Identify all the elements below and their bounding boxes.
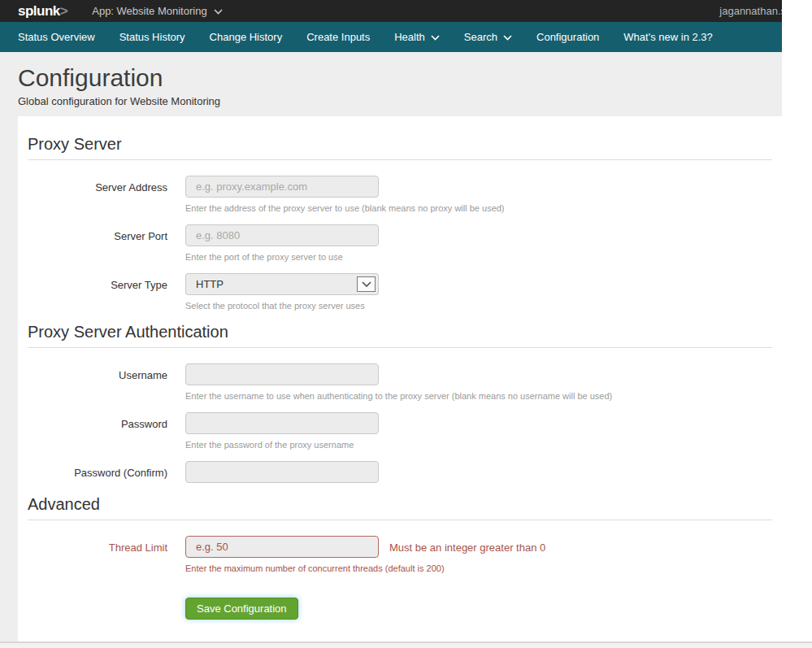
nav-item-label: Create Inputs	[306, 31, 370, 43]
form-row-thread-limit: Thread Limit Must be an integer greater …	[28, 536, 772, 573]
nav-item-configuration[interactable]: Configuration	[524, 22, 611, 52]
nav-item-label: Search	[464, 31, 497, 43]
app-navbar: Status Overview Status History Change Hi…	[0, 22, 782, 52]
form-row-server-address: Server Address Enter the address of the …	[28, 176, 772, 213]
username-input[interactable]	[185, 363, 379, 385]
browser-viewport: splunk> App: Website Monitoring jagannat…	[0, 0, 812, 648]
page-title: Configuration	[18, 64, 782, 91]
form-row-username: Username Enter the username to use when …	[28, 363, 772, 401]
password-input[interactable]	[185, 412, 379, 434]
server-type-selected-value: HTTP	[196, 278, 224, 290]
thread-limit-field-line: Must be an integer greater than 0	[185, 536, 640, 558]
chevron-down-icon	[431, 31, 440, 43]
nav-item-change-history[interactable]: Change History	[198, 22, 295, 52]
section-title-proxy-server: Proxy Server	[28, 135, 772, 154]
chevron-down-icon	[503, 31, 512, 43]
configuration-form-panel: Proxy Server Server Address Enter the ad…	[18, 116, 782, 642]
thread-limit-help: Enter the maximum number of concurrent t…	[185, 563, 640, 573]
password-confirm-label: Password (Confirm)	[28, 461, 167, 479]
app-menu-dropdown[interactable]: App: Website Monitoring	[92, 5, 222, 17]
splunk-topbar: splunk> App: Website Monitoring jagannat…	[0, 0, 782, 22]
server-port-label: Server Port	[28, 224, 167, 242]
splunk-logo[interactable]: splunk>	[18, 3, 67, 20]
section-title-advanced: Advanced	[28, 495, 772, 514]
section-divider	[28, 347, 772, 348]
form-field: Enter the username to use when authentic…	[185, 363, 640, 401]
thread-limit-label: Thread Limit	[28, 536, 167, 554]
section-divider	[28, 520, 772, 520]
password-help: Enter the password of the proxy username	[185, 440, 640, 450]
form-field: HTTP Select the protocol that the proxy …	[185, 273, 640, 311]
server-type-select[interactable]: HTTP	[185, 273, 379, 295]
splunk-logo-text: splunk	[18, 3, 60, 19]
user-menu[interactable]: jagannathan.s	[719, 5, 782, 17]
password-confirm-input[interactable]	[185, 461, 379, 483]
nav-item-label: Status History	[119, 31, 185, 43]
form-field: Enter the password of the proxy username	[185, 412, 640, 450]
server-address-label: Server Address	[28, 176, 167, 194]
nav-item-health[interactable]: Health	[382, 22, 452, 52]
page-header: Configuration Global configuration for W…	[0, 52, 782, 116]
form-field	[185, 461, 379, 483]
form-row-password-confirm: Password (Confirm)	[28, 461, 772, 483]
nav-item-search[interactable]: Search	[452, 22, 524, 52]
thread-limit-error-message: Must be an integer greater than 0	[389, 536, 545, 554]
nav-item-create-inputs[interactable]: Create Inputs	[294, 22, 382, 52]
username-help: Enter the username to use when authentic…	[185, 391, 640, 401]
chevron-down-icon	[214, 5, 223, 17]
nav-item-label: Status Overview	[18, 31, 95, 43]
splunk-app-page: splunk> App: Website Monitoring jagannat…	[0, 0, 782, 648]
password-label: Password	[28, 412, 167, 430]
form-field: Must be an integer greater than 0 Enter …	[185, 536, 640, 573]
nav-item-status-history[interactable]: Status History	[107, 22, 198, 52]
nav-item-whats-new[interactable]: What's new in 2.3?	[611, 22, 724, 52]
horizontal-scrollbar-track[interactable]	[0, 641, 812, 648]
nav-item-label: Configuration	[536, 31, 599, 43]
nav-item-label: Change History	[210, 31, 283, 43]
form-row-server-port: Server Port Enter the port of the proxy …	[28, 224, 772, 262]
form-row-server-type: Server Type HTTP Select the protocol tha…	[28, 273, 772, 311]
select-dropdown-arrow-icon	[357, 276, 376, 292]
username-label: Username	[28, 363, 167, 381]
server-type-help: Select the protocol that the proxy serve…	[185, 301, 640, 311]
form-row-password: Password Enter the password of the proxy…	[28, 412, 772, 450]
server-type-label: Server Type	[28, 273, 167, 291]
server-port-input[interactable]	[185, 224, 379, 246]
splunk-logo-caret: >	[60, 3, 67, 19]
form-field: Enter the port of the proxy server to us…	[185, 224, 640, 262]
server-port-help: Enter the port of the proxy server to us…	[185, 252, 640, 262]
form-field: Enter the address of the proxy server to…	[185, 176, 640, 213]
section-title-proxy-auth: Proxy Server Authentication	[28, 323, 772, 341]
page-content: Configuration Global configuration for W…	[0, 52, 782, 648]
app-menu-label: App: Website Monitoring	[92, 5, 206, 17]
page-subtitle: Global configuration for Website Monitor…	[18, 95, 782, 107]
save-configuration-button[interactable]: Save Configuration	[185, 598, 298, 620]
nav-item-status-overview[interactable]: Status Overview	[6, 22, 107, 52]
nav-item-label: What's new in 2.3?	[623, 31, 712, 43]
section-divider	[28, 159, 772, 160]
thread-limit-input[interactable]	[185, 536, 379, 558]
server-address-help: Enter the address of the proxy server to…	[185, 203, 640, 213]
nav-item-label: Health	[394, 31, 425, 43]
server-address-input[interactable]	[185, 176, 379, 198]
